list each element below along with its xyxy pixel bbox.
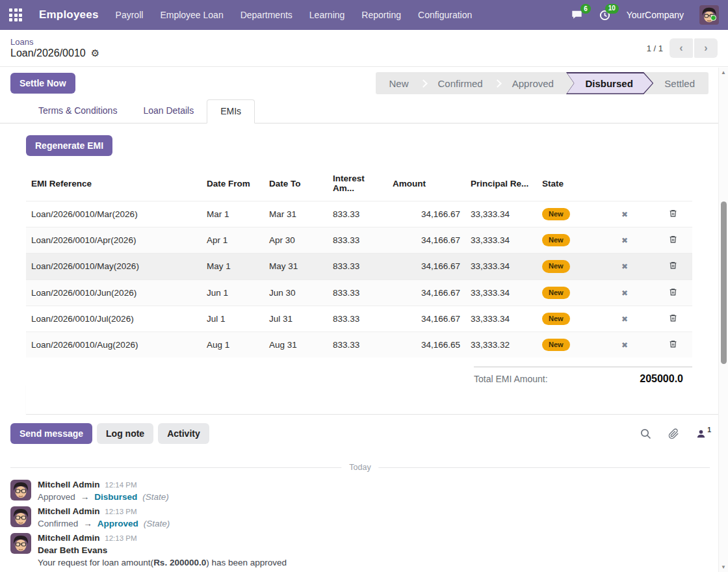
principal-cell[interactable]: 33,333.32: [465, 332, 537, 358]
stage-disbursed-active[interactable]: Disbursed: [566, 72, 653, 94]
table-row[interactable]: Loan/2026/0010/Mar(2026) Mar 1 Mar 31 83…: [26, 202, 692, 228]
date-from-cell[interactable]: Apr 1: [202, 228, 264, 254]
regenerate-emi-button[interactable]: Regenerate EMI: [26, 135, 112, 156]
delete-row-button[interactable]: [669, 313, 677, 324]
search-messages-button[interactable]: [640, 428, 651, 439]
emi-reference-cell[interactable]: Loan/2026/0010/Mar(2026): [26, 202, 202, 228]
message-author[interactable]: Mitchell Admin: [38, 533, 100, 543]
interest-cell[interactable]: 833.33: [328, 306, 387, 332]
breadcrumb-loans-link[interactable]: Loans: [10, 37, 99, 47]
vertical-scrollbar[interactable]: ▲ ▼: [718, 68, 728, 572]
pager-next-button[interactable]: ›: [694, 38, 718, 58]
delete-row-button[interactable]: [669, 235, 677, 246]
author-avatar[interactable]: [10, 506, 31, 527]
date-from-cell[interactable]: Jun 1: [202, 280, 264, 306]
state-change-to[interactable]: Approved: [98, 519, 138, 528]
menu-payroll[interactable]: Payroll: [116, 10, 144, 20]
activity-button[interactable]: Activity: [158, 423, 209, 444]
col-header-amount[interactable]: Amount: [387, 168, 465, 202]
scrollbar-thumb[interactable]: [721, 202, 727, 364]
principal-cell[interactable]: 33,333.34: [465, 202, 537, 228]
log-note-button[interactable]: Log note: [97, 423, 153, 444]
date-from-cell[interactable]: Mar 1: [202, 202, 264, 228]
author-avatar[interactable]: [10, 533, 31, 554]
gear-icon[interactable]: ⚙: [91, 47, 99, 59]
interest-cell[interactable]: 833.33: [328, 332, 387, 358]
emi-reference-cell[interactable]: Loan/2026/0010/Apr(2026): [26, 228, 202, 254]
unlink-icon[interactable]: ✖: [621, 289, 628, 298]
menu-learning[interactable]: Learning: [309, 10, 345, 20]
table-row[interactable]: Loan/2026/0010/May(2026) May 1 May 31 83…: [26, 254, 692, 280]
col-header-date-to[interactable]: Date To: [264, 168, 328, 202]
company-name[interactable]: YourCompany: [627, 10, 684, 20]
date-from-cell[interactable]: May 1: [202, 254, 264, 280]
state-change-to[interactable]: Disbursed: [94, 492, 137, 502]
principal-cell[interactable]: 33,333.34: [465, 280, 537, 306]
delete-row-button[interactable]: [669, 287, 677, 298]
activities-menu[interactable]: 10: [599, 9, 611, 21]
interest-cell[interactable]: 833.33: [328, 254, 387, 280]
delete-row-button[interactable]: [669, 261, 677, 272]
menu-employee-loan[interactable]: Employee Loan: [160, 10, 223, 20]
date-to-cell[interactable]: Jul 31: [264, 306, 328, 332]
date-to-cell[interactable]: Apr 30: [264, 228, 328, 254]
stage-confirmed[interactable]: Confirmed: [427, 78, 494, 89]
emi-reference-cell[interactable]: Loan/2026/0010/May(2026): [26, 254, 202, 280]
col-header-emi-reference[interactable]: EMI Reference: [26, 168, 202, 202]
scroll-up-icon[interactable]: ▲: [719, 70, 728, 75]
principal-cell[interactable]: 33,333.34: [465, 306, 537, 332]
emi-reference-cell[interactable]: Loan/2026/0010/Jun(2026): [26, 280, 202, 306]
interest-cell[interactable]: 833.33: [328, 228, 387, 254]
messages-menu[interactable]: 6: [571, 9, 583, 21]
author-avatar[interactable]: [10, 480, 31, 500]
tab-terms-conditions[interactable]: Terms & Conditions: [25, 99, 130, 123]
tab-emis[interactable]: EMIs: [207, 99, 255, 124]
stage-new[interactable]: New: [378, 78, 420, 89]
table-row[interactable]: Loan/2026/0010/Apr(2026) Apr 1 Apr 30 83…: [26, 228, 692, 254]
date-from-cell[interactable]: Jul 1: [202, 306, 264, 332]
unlink-icon[interactable]: ✖: [621, 315, 628, 324]
message-author[interactable]: Mitchell Admin: [38, 480, 100, 489]
delete-row-button[interactable]: [669, 339, 677, 350]
unlink-icon[interactable]: ✖: [621, 236, 628, 245]
menu-reporting[interactable]: Reporting: [361, 10, 401, 20]
active-app-name[interactable]: Employees: [39, 8, 99, 21]
stage-settled[interactable]: Settled: [653, 78, 706, 89]
amount-cell[interactable]: 34,166.67: [387, 280, 465, 306]
stage-approved[interactable]: Approved: [501, 78, 565, 89]
followers-button[interactable]: 1: [696, 429, 710, 439]
unlink-icon[interactable]: ✖: [621, 210, 628, 219]
user-avatar[interactable]: [699, 5, 719, 25]
table-row[interactable]: Loan/2026/0010/Jul(2026) Jul 1 Jul 31 83…: [26, 306, 692, 332]
date-to-cell[interactable]: Jun 30: [264, 280, 328, 306]
col-header-date-from[interactable]: Date From: [202, 168, 264, 202]
tab-loan-details[interactable]: Loan Details: [130, 99, 207, 123]
amount-cell[interactable]: 34,166.67: [387, 228, 465, 254]
amount-cell[interactable]: 34,166.67: [387, 306, 465, 332]
date-to-cell[interactable]: Aug 31: [264, 332, 328, 358]
apps-grid-icon[interactable]: [9, 8, 22, 21]
table-row[interactable]: Loan/2026/0010/Aug(2026) Aug 1 Aug 31 83…: [26, 332, 692, 358]
date-to-cell[interactable]: Mar 31: [264, 202, 328, 228]
unlink-icon[interactable]: ✖: [621, 262, 628, 271]
table-row[interactable]: Loan/2026/0010/Jun(2026) Jun 1 Jun 30 83…: [26, 280, 692, 306]
pager-previous-button[interactable]: ‹: [670, 38, 693, 58]
col-header-state[interactable]: State: [537, 168, 595, 202]
scroll-down-icon[interactable]: ▼: [719, 564, 728, 570]
amount-cell[interactable]: 34,166.67: [387, 202, 465, 228]
send-message-button[interactable]: Send message: [10, 423, 92, 444]
date-to-cell[interactable]: May 31: [264, 254, 328, 280]
menu-configuration[interactable]: Configuration: [418, 10, 472, 20]
emi-reference-cell[interactable]: Loan/2026/0010/Aug(2026): [26, 332, 202, 358]
delete-row-button[interactable]: [669, 209, 677, 220]
principal-cell[interactable]: 33,333.34: [465, 254, 537, 280]
interest-cell[interactable]: 833.33: [328, 202, 387, 228]
amount-cell[interactable]: 34,166.65: [387, 332, 465, 358]
unlink-icon[interactable]: ✖: [621, 341, 628, 350]
date-from-cell[interactable]: Aug 1: [202, 332, 264, 358]
attachments-button[interactable]: [668, 428, 679, 439]
emi-reference-cell[interactable]: Loan/2026/0010/Jul(2026): [26, 306, 202, 332]
principal-cell[interactable]: 33,333.34: [465, 228, 537, 254]
col-header-principal[interactable]: Principal Re...: [465, 168, 537, 202]
settle-now-button[interactable]: Settle Now: [10, 73, 75, 94]
